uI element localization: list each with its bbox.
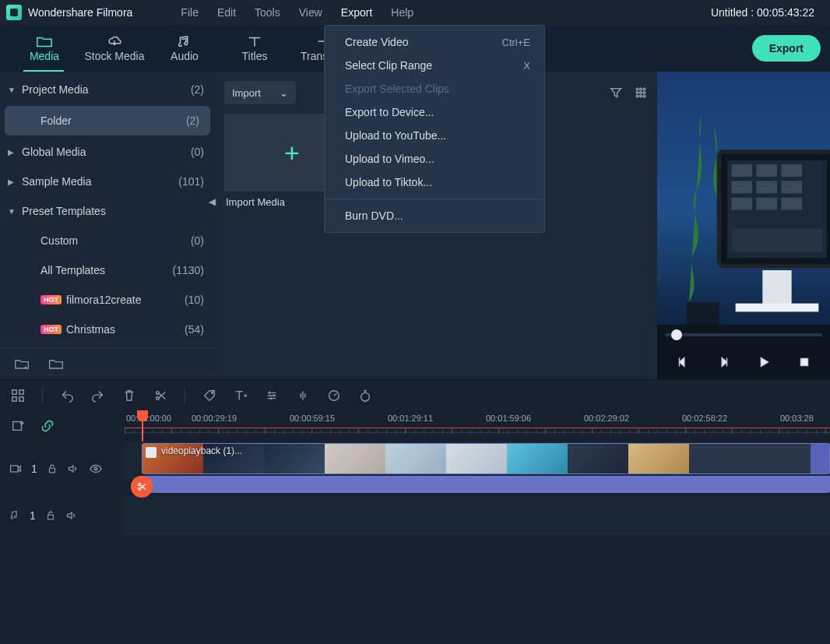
frame-forward-icon[interactable] <box>716 355 730 369</box>
menu-tools[interactable]: Tools <box>245 0 290 25</box>
stopwatch-icon[interactable] <box>358 389 372 403</box>
video-clip[interactable]: videoplayback (1)... <box>142 443 830 474</box>
eye-icon[interactable] <box>89 462 103 476</box>
caret-down-icon: ▼ <box>8 207 16 216</box>
menu-help[interactable]: Help <box>382 0 423 25</box>
tree-sample-media[interactable]: ▶Sample Media(101) <box>0 167 215 196</box>
tree-all-templates[interactable]: All Templates(1130) <box>0 255 215 285</box>
menu-edit[interactable]: Edit <box>208 0 245 25</box>
tree-preset-templates[interactable]: ▼Preset Templates <box>0 196 215 226</box>
ruler-time-label: 00:02:58:22 <box>682 413 727 423</box>
svg-point-39 <box>139 487 141 490</box>
svg-point-6 <box>636 95 638 97</box>
sliders-icon[interactable] <box>265 389 279 403</box>
filter-icon[interactable] <box>609 86 623 100</box>
folder-icon <box>36 34 53 48</box>
tree-filmora12create[interactable]: HOTfilmora12create(10) <box>0 285 215 315</box>
tab-titles[interactable]: Titles <box>220 26 290 70</box>
timeline-ruler[interactable]: 00:00:00:00 00:00:29:19 00:00:59:15 00:0… <box>125 410 830 442</box>
export-button[interactable]: Export <box>752 35 821 62</box>
media-sidebar: ▼Project Media(2) Folder(2) ▶Global Medi… <box>0 72 215 379</box>
dd-create-video[interactable]: Create VideoCtrl+E <box>325 30 544 54</box>
import-dropdown[interactable]: Import⌄ <box>224 81 296 104</box>
svg-rect-25 <box>12 389 16 393</box>
tab-audio[interactable]: Audio <box>149 26 220 70</box>
lock-icon[interactable] <box>45 510 56 521</box>
audio-track-head: 1 <box>0 496 125 535</box>
folder-icon[interactable] <box>48 357 64 371</box>
video-track-lane[interactable]: videoplayback (1)... <box>125 442 830 479</box>
svg-rect-36 <box>49 468 55 473</box>
svg-rect-12 <box>762 270 791 305</box>
ruler-time-label: 00:01:59:06 <box>486 413 531 423</box>
svg-rect-40 <box>47 515 53 519</box>
svg-rect-26 <box>19 389 23 393</box>
svg-rect-20 <box>731 198 752 210</box>
split-marker-icon[interactable] <box>131 476 153 498</box>
svg-point-31 <box>212 392 213 393</box>
audio-track-lane[interactable] <box>125 496 830 535</box>
tree-project-media[interactable]: ▼Project Media(2) <box>0 75 215 104</box>
dd-upload-vimeo[interactable]: Upload to Vimeo... <box>325 147 544 171</box>
split-scissors-icon[interactable] <box>153 389 167 403</box>
svg-rect-24 <box>801 359 808 366</box>
text-icon <box>246 34 263 48</box>
menu-view[interactable]: View <box>290 0 332 25</box>
svg-point-38 <box>139 484 141 486</box>
menu-export[interactable]: Export <box>332 0 382 25</box>
dropdown-separator <box>325 199 544 199</box>
stop-icon[interactable] <box>797 355 811 369</box>
timeline-tracks: 1 videoplayback (1)... 1 <box>0 442 830 644</box>
add-track-icon[interactable] <box>11 419 25 433</box>
tab-stock-media[interactable]: Stock Media <box>79 26 149 70</box>
hot-badge: HOT <box>40 295 62 304</box>
text-plus-icon[interactable] <box>234 389 248 403</box>
delete-icon[interactable] <box>122 389 136 403</box>
svg-rect-27 <box>12 396 16 400</box>
music-track-icon[interactable] <box>9 510 20 521</box>
mute-icon[interactable] <box>67 463 79 475</box>
mute-icon[interactable] <box>65 509 78 522</box>
dd-upload-youtube[interactable]: Upload to YouTube... <box>325 124 544 147</box>
play-icon[interactable] <box>757 355 771 369</box>
svg-point-29 <box>157 391 160 394</box>
tree-custom[interactable]: Custom(0) <box>0 226 215 255</box>
tree-folder[interactable]: Folder(2) <box>5 106 210 135</box>
undo-icon[interactable] <box>60 389 74 403</box>
new-folder-plus-icon[interactable] <box>14 357 30 371</box>
svg-point-7 <box>640 95 642 97</box>
clip-title-label: videoplayback (1)... <box>161 445 242 456</box>
tree-christmas[interactable]: HOTChristmas(54) <box>0 315 215 344</box>
preview-seek-slider[interactable] <box>657 325 830 345</box>
svg-rect-22 <box>781 198 802 210</box>
collapse-panel-icon[interactable]: ◀ <box>209 196 216 207</box>
clip-play-icon <box>146 447 157 458</box>
link-icon[interactable] <box>40 419 55 433</box>
svg-rect-21 <box>756 198 777 210</box>
dd-export-to-device[interactable]: Export to Device... <box>325 100 544 124</box>
speed-icon[interactable] <box>327 389 341 403</box>
video-track-icon[interactable] <box>9 463 22 475</box>
svg-rect-15 <box>756 164 777 177</box>
svg-rect-28 <box>19 396 23 400</box>
dd-upload-tiktok[interactable]: Upload to Tiktok... <box>325 171 544 194</box>
apps-icon[interactable] <box>11 389 25 403</box>
linked-audio-clip[interactable] <box>142 476 830 493</box>
svg-rect-14 <box>731 164 752 177</box>
tab-media[interactable]: Media <box>9 26 79 70</box>
tag-icon[interactable] <box>202 389 216 403</box>
menu-file[interactable]: File <box>171 0 208 25</box>
grid-view-icon[interactable] <box>634 86 648 100</box>
tree-global-media[interactable]: ▶Global Media(0) <box>0 137 215 167</box>
playhead-handle[interactable] <box>137 410 148 421</box>
redo-icon[interactable] <box>91 389 105 403</box>
lock-icon[interactable] <box>47 463 58 474</box>
video-track-head: 1 <box>0 442 125 496</box>
dd-burn-dvd[interactable]: Burn DVD... <box>325 204 544 227</box>
ruler-tools <box>0 410 125 442</box>
hot-badge: HOT <box>40 325 62 334</box>
dd-select-clip-range[interactable]: Select Clip RangeX <box>325 54 544 77</box>
audio-wave-icon[interactable] <box>296 389 310 403</box>
slider-thumb-icon[interactable] <box>671 329 682 340</box>
frame-back-icon[interactable] <box>676 355 690 369</box>
